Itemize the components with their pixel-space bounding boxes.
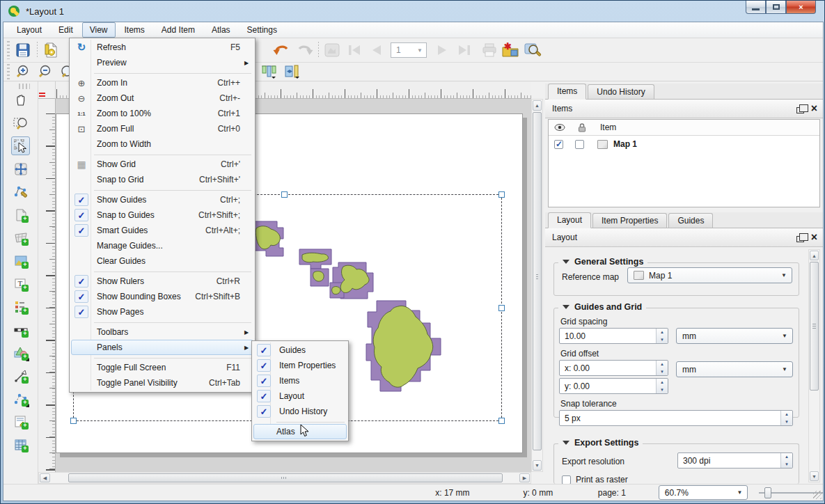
view-menu-item[interactable]: Toolbars [71, 324, 253, 340]
menubar-item[interactable]: View [82, 22, 116, 38]
grid-spacing-unit-combobox[interactable]: mm ▼ [676, 328, 793, 344]
layout-panel-scrollbar[interactable]: ▲ ▼ [808, 249, 820, 482]
last-feature-button[interactable] [455, 40, 474, 60]
spinner-arrows[interactable]: ▲▼ [656, 379, 668, 393]
horizontal-scroll-thumb[interactable] [68, 473, 503, 482]
undo-button[interactable] [272, 40, 291, 60]
selection-handle-top-right[interactable] [498, 191, 505, 198]
grid-offset-unit-combobox[interactable]: mm ▼ [676, 361, 793, 377]
view-menu-item[interactable]: Panels [71, 340, 253, 355]
add-picture-tool-button[interactable]: + [11, 251, 30, 270]
new-layout-button[interactable] [41, 40, 61, 60]
panels-submenu-item[interactable]: Guides [253, 342, 347, 358]
move-item-content-tool-button[interactable] [11, 159, 30, 178]
view-menu-item[interactable]: 1:1 Zoom to 100% Ctrl+1 [71, 106, 253, 121]
previous-feature-button[interactable] [367, 40, 386, 60]
view-menu-item[interactable]: ⊡ Zoom Full Ctrl+0 [71, 121, 253, 136]
view-menu-item[interactable]: ⊖ Zoom Out Ctrl+- [71, 90, 253, 106]
vertical-scroll-thumb[interactable] [533, 112, 542, 450]
add-node-item-tool-button[interactable]: + [11, 389, 30, 408]
view-menu-item[interactable]: ↻ Refresh F5 [71, 40, 253, 55]
menubar-item[interactable]: Add Item [154, 22, 203, 38]
zoom-in-button[interactable] [13, 63, 31, 80]
item-row-map1[interactable]: Map 1 [549, 136, 819, 152]
view-menu-item[interactable]: Manage Guides... [71, 238, 253, 253]
add-html-tool-button[interactable]: + [11, 412, 30, 431]
panels-submenu-item[interactable]: Items [253, 373, 347, 388]
menubar-item[interactable]: Settings [239, 22, 285, 38]
scroll-left-icon[interactable]: ◀ [40, 473, 50, 482]
export-atlas-button[interactable]: ✱ [501, 40, 520, 60]
lock-checkbox[interactable] [575, 140, 584, 149]
pan-tool-button[interactable] [11, 90, 30, 109]
view-menu-item[interactable]: Show Rulers Ctrl+R [71, 274, 253, 289]
view-menu-item[interactable]: ▦ Show Grid Ctrl+' [71, 157, 253, 172]
dock-tab[interactable]: Item Properties [592, 213, 667, 228]
scroll-down-icon[interactable]: ▼ [810, 471, 819, 481]
view-menu-item[interactable]: Show Bounding Boxes Ctrl+Shift+B [71, 289, 253, 304]
redo-button[interactable] [295, 40, 315, 60]
align-items-dropdown-button[interactable] [260, 63, 278, 80]
view-menu-item[interactable]: Snap to Guides Ctrl+Shift+; [71, 207, 253, 223]
general-settings-title[interactable]: General Settings [558, 257, 647, 267]
slider-handle[interactable] [764, 487, 771, 498]
grid-offset-y-spinbox[interactable]: y: 0.00 ▲▼ [559, 378, 668, 394]
close-button[interactable]: × [786, 1, 816, 14]
view-menu-item[interactable]: Toggle Panel Visibility Ctrl+Tab [71, 375, 253, 391]
edit-nodes-item-tool-button[interactable] [11, 182, 30, 201]
add-arrow-tool-button[interactable]: + [11, 366, 30, 385]
selection-handle-top-middle[interactable] [281, 191, 288, 198]
canvas-horizontal-scrollbar[interactable]: ◀ ▶ [38, 472, 531, 484]
distribute-items-dropdown-button[interactable] [283, 63, 301, 80]
dock-tab[interactable]: Layout [548, 212, 591, 228]
add-map-tool-button[interactable]: + [11, 228, 30, 247]
add-label-tool-button[interactable]: T + [11, 274, 30, 293]
view-menu-item[interactable]: Show Pages [71, 304, 253, 320]
toolbox-drag-handle[interactable] [19, 84, 30, 89]
vertical-ruler[interactable] [38, 99, 56, 472]
toolbar-drag-handle[interactable] [7, 64, 10, 79]
atlas-settings-button[interactable] [523, 40, 542, 60]
float-panel-icon[interactable] [796, 236, 804, 242]
close-panel-icon[interactable]: × [811, 103, 817, 114]
view-menu-item[interactable]: Toggle Full Screen F11 [71, 360, 253, 375]
selection-handle-bottom-right[interactable] [498, 418, 505, 424]
reference-map-combobox[interactable]: Map 1 ▼ [627, 267, 792, 283]
next-feature-button[interactable] [432, 40, 452, 60]
export-settings-title[interactable]: Export Settings [558, 438, 643, 448]
view-menu-item[interactable]: Snap to Grid Ctrl+Shift+' [71, 172, 253, 187]
resize-grip[interactable] [813, 491, 822, 499]
visibility-checkbox[interactable] [554, 140, 563, 149]
menubar-item[interactable]: Items [117, 22, 152, 38]
float-panel-icon[interactable] [796, 107, 804, 113]
add-shape-tool-button[interactable]: + [11, 343, 30, 362]
spinner-arrows[interactable]: ▲▼ [656, 329, 668, 343]
close-panel-icon[interactable]: × [811, 232, 817, 243]
select-move-item-tool-button[interactable] [11, 136, 30, 155]
view-menu-item[interactable]: ⊕ Zoom In Ctrl++ [71, 75, 253, 90]
maximize-button[interactable] [766, 1, 786, 14]
add-page-tool-button[interactable]: + [11, 205, 30, 224]
zoom-tool-button[interactable] [11, 113, 30, 132]
snap-tolerance-spinbox[interactable]: 5 px ▲▼ [559, 410, 793, 426]
zoom-level-combobox[interactable]: 60.7% ▼ [659, 485, 748, 500]
spinner-arrows[interactable]: ▲▼ [656, 361, 668, 375]
menubar-item[interactable]: Edit [51, 22, 81, 38]
dock-tab[interactable]: Undo History [588, 84, 654, 99]
scroll-up-icon[interactable]: ▲ [810, 251, 819, 260]
view-menu-item[interactable]: Clear Guides [71, 253, 253, 269]
scroll-up-icon[interactable]: ▲ [533, 100, 542, 111]
selection-handle-bottom-left[interactable] [70, 418, 77, 424]
view-menu-item[interactable]: Smart Guides Ctrl+Alt+; [71, 223, 253, 238]
add-attribute-table-tool-button[interactable]: + [11, 435, 30, 454]
first-feature-button[interactable] [345, 40, 364, 60]
zoom-out-button[interactable] [36, 63, 54, 80]
dock-tab[interactable]: Guides [668, 213, 713, 228]
menubar-item[interactable]: Layout [9, 22, 49, 38]
save-project-button[interactable] [13, 40, 33, 60]
preview-atlas-button[interactable] [322, 40, 342, 60]
export-resolution-spinbox[interactable]: 300 dpi ▲▼ [677, 452, 793, 468]
panels-submenu-item[interactable]: Layout [253, 388, 347, 404]
selection-handle-right-middle[interactable] [498, 305, 505, 311]
view-menu-item[interactable]: Show Guides Ctrl+; [71, 192, 253, 207]
